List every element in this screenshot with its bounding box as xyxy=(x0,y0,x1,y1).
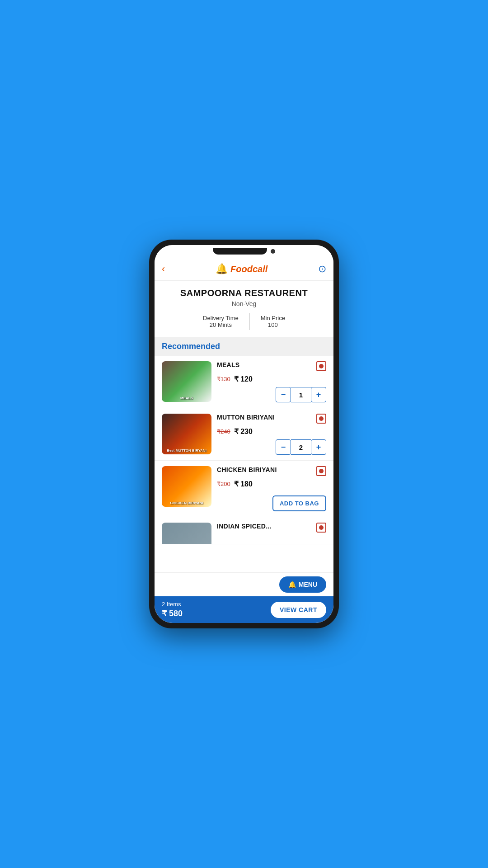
meals-name: MEALS xyxy=(217,361,240,368)
menu-button-label: MENU xyxy=(299,581,317,588)
mutton-image-label: Best MUTTON BIRYANI xyxy=(162,448,211,453)
search-button[interactable]: ⊙ xyxy=(318,263,326,275)
header: ‹ 🔔 Foodcall ⊙ xyxy=(155,258,333,281)
chicken-image: CHICKEN BIRIYANI xyxy=(162,466,211,507)
back-button[interactable]: ‹ xyxy=(162,263,165,275)
min-price-label: Min Price xyxy=(261,315,285,321)
mutton-name-row: MUTTON BIRIYANI xyxy=(217,414,326,424)
bottom-cart-bar: 2 Items ₹ 580 VIEW CART xyxy=(155,596,333,623)
mutton-qty-row: − 2 + xyxy=(217,439,326,455)
cauliflower-veg-indicator xyxy=(316,523,326,533)
min-price-value: 100 xyxy=(261,321,285,328)
meals-current-price: ₹ 120 xyxy=(234,375,253,383)
chicken-details: CHICKEN BIRIYANI ₹200 ₹ 180 ADD TO BAG xyxy=(217,466,326,511)
cauliflower-name-row: INDIAN SPICED... xyxy=(217,523,326,533)
view-cart-button[interactable]: VIEW CART xyxy=(271,602,326,618)
cart-total: ₹ 580 xyxy=(162,609,183,618)
menu-item-chicken: CHICKEN BIRIYANI CHICKEN BIRIYANI ₹200 ₹… xyxy=(155,461,333,517)
bell-icon: 🔔 xyxy=(216,263,228,275)
chicken-image-label: CHICKEN BIRIYANI xyxy=(162,501,211,505)
menu-area: 🔔 MENU xyxy=(155,572,333,596)
meals-decrease-button[interactable]: − xyxy=(276,387,291,402)
chicken-add-row: ADD TO BAG xyxy=(217,492,326,511)
mutton-increase-button[interactable]: + xyxy=(311,439,326,455)
delivery-info: Delivery Time 20 Mints xyxy=(192,313,249,330)
chicken-original-price: ₹200 xyxy=(217,481,230,487)
menu-icon: 🔔 xyxy=(288,581,296,588)
chicken-name: CHICKEN BIRIYANI xyxy=(217,466,277,473)
cauliflower-details: INDIAN SPICED... xyxy=(217,523,326,533)
status-bar xyxy=(155,245,333,258)
cart-items-count: 2 Items xyxy=(162,601,183,608)
restaurant-type: Non-Veg xyxy=(162,300,326,307)
section-title: Recommended xyxy=(162,342,220,351)
restaurant-meta: Delivery Time 20 Mints Min Price 100 xyxy=(162,313,326,330)
meals-quantity: 1 xyxy=(291,387,311,402)
app-content: ‹ 🔔 Foodcall ⊙ SAMPOORNA RESTAURENT Non-… xyxy=(155,258,333,623)
meals-image: MEALS xyxy=(162,361,211,402)
meals-veg-indicator xyxy=(316,361,326,371)
mutton-price-row: ₹240 ₹ 230 xyxy=(217,427,326,436)
cauliflower-image: Cauliflower & Potatoes xyxy=(162,523,211,544)
notch xyxy=(213,248,267,255)
mutton-name: MUTTON BIRIYANI xyxy=(217,414,275,421)
chicken-current-price: ₹ 180 xyxy=(234,480,253,488)
header-logo: 🔔 Foodcall xyxy=(216,263,267,275)
mutton-original-price: ₹240 xyxy=(217,428,230,435)
meals-original-price: ₹130 xyxy=(217,376,230,382)
menu-button[interactable]: 🔔 MENU xyxy=(279,576,326,593)
add-to-bag-button[interactable]: ADD TO BAG xyxy=(272,495,326,511)
meals-details: MEALS ₹130 ₹ 120 − 1 + xyxy=(217,361,326,402)
cart-info: 2 Items ₹ 580 xyxy=(162,601,183,618)
meals-qty-row: − 1 + xyxy=(217,387,326,402)
menu-item-cauliflower: Cauliflower & Potatoes INDIAN SPICED... xyxy=(155,517,333,544)
mutton-image: Best MUTTON BIRYANI xyxy=(162,414,211,454)
camera-dot xyxy=(271,249,275,254)
section-header: Recommended xyxy=(155,337,333,356)
min-price-info: Min Price 100 xyxy=(250,313,296,330)
restaurant-name: SAMPOORNA RESTAURENT xyxy=(162,288,326,298)
mutton-decrease-button[interactable]: − xyxy=(276,439,291,455)
meals-name-row: MEALS xyxy=(217,361,326,371)
meals-veg-dot xyxy=(319,364,324,368)
mutton-veg-dot xyxy=(319,416,324,421)
restaurant-info: SAMPOORNA RESTAURENT Non-Veg Delivery Ti… xyxy=(155,281,333,337)
meals-increase-button[interactable]: + xyxy=(311,387,326,402)
chicken-name-row: CHICKEN BIRIYANI xyxy=(217,466,326,476)
menu-list: MEALS MEALS ₹130 ₹ 120 xyxy=(155,356,333,572)
menu-item-mutton: Best MUTTON BIRYANI MUTTON BIRIYANI ₹240… xyxy=(155,408,333,461)
meals-image-label: MEALS xyxy=(162,396,211,400)
cauliflower-veg-dot xyxy=(319,525,324,530)
chicken-price-row: ₹200 ₹ 180 xyxy=(217,480,326,488)
mutton-quantity: 2 xyxy=(291,439,311,455)
menu-item-meals: MEALS MEALS ₹130 ₹ 120 xyxy=(155,356,333,408)
chicken-veg-dot xyxy=(319,469,324,473)
cauliflower-name: INDIAN SPICED... xyxy=(217,523,272,530)
mutton-current-price: ₹ 230 xyxy=(234,427,253,436)
delivery-label: Delivery Time xyxy=(203,315,239,321)
mutton-details: MUTTON BIRIYANI ₹240 ₹ 230 − 2 xyxy=(217,414,326,455)
meals-price-row: ₹130 ₹ 120 xyxy=(217,375,326,383)
delivery-value: 20 Mints xyxy=(203,321,239,328)
app-name: Foodcall xyxy=(230,264,267,274)
chicken-veg-indicator xyxy=(316,466,326,476)
mutton-veg-indicator xyxy=(316,414,326,424)
